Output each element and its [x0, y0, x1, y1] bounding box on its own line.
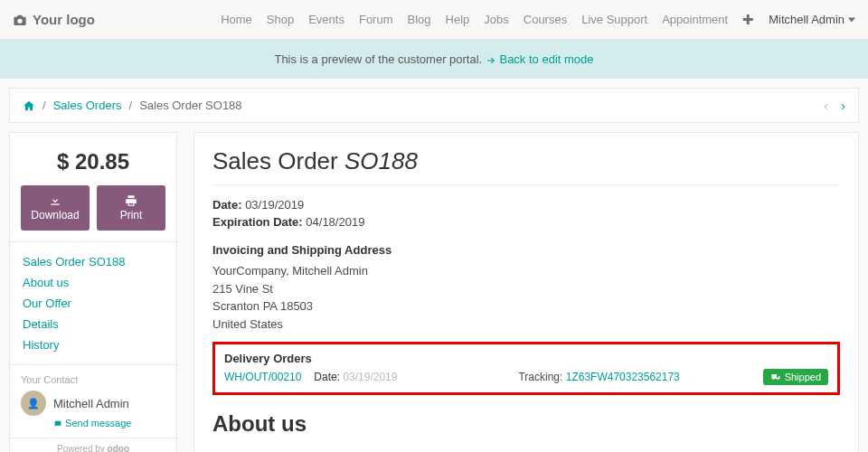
status-badge: Shipped	[763, 369, 828, 385]
caret-down-icon	[848, 16, 855, 24]
send-message-link[interactable]: Send message	[53, 418, 165, 428]
contact-label: Your Contact	[21, 374, 165, 385]
delivery-ref-link[interactable]: WH/OUT/00210	[224, 371, 301, 383]
address-line: United States	[212, 315, 840, 334]
breadcrumb: / Sales Orders / Sales Order SO188 ‹ ›	[9, 88, 859, 123]
tracking-link[interactable]: 1Z63FW470323562173	[566, 371, 680, 383]
user-name: Mitchell Admin	[769, 13, 844, 26]
page-title: Sales Order SO188	[212, 147, 840, 185]
contact-card: Your Contact 👤 Mitchell Admin Send messa…	[9, 365, 177, 438]
address-line: Scranton PA 18503	[212, 297, 840, 315]
address-line: YourCompany, Mitchell Admin	[212, 262, 840, 280]
breadcrumb-sep: /	[129, 99, 133, 112]
nav-home[interactable]: Home	[221, 13, 252, 26]
brand-logo[interactable]: Your logo	[13, 12, 95, 27]
order-total: $ 20.85	[21, 144, 165, 185]
add-icon[interactable]: ✚	[742, 12, 754, 28]
price-card: $ 20.85 Download Print	[9, 132, 177, 242]
print-button[interactable]: Print	[97, 185, 165, 231]
about-heading: About us	[212, 411, 840, 437]
order-expiration: Expiration Date: 04/18/2019	[212, 215, 840, 229]
nav-appointment[interactable]: Appointment	[662, 13, 728, 26]
sidebar-item-offer[interactable]: Our Offer	[23, 293, 164, 314]
address-line: 215 Vine St	[212, 280, 840, 298]
sidebar-item-order[interactable]: Sales Order SO188	[23, 251, 164, 272]
nav-live-support[interactable]: Live Support	[581, 13, 647, 26]
nav-shop[interactable]: Shop	[267, 13, 294, 26]
download-button[interactable]: Download	[21, 185, 90, 231]
sidebar-item-details[interactable]: Details	[23, 314, 164, 334]
delivery-orders-box: Delivery Orders WH/OUT/00210 Date: 03/19…	[212, 342, 840, 395]
nav-blog[interactable]: Blog	[408, 13, 431, 26]
delivery-row: WH/OUT/00210 Date: 03/19/2019 Tracking: …	[224, 369, 828, 385]
download-icon	[49, 194, 61, 207]
breadcrumb-sales-orders[interactable]: Sales Orders	[53, 99, 122, 112]
back-to-edit-link[interactable]: Back to edit mode	[486, 52, 594, 66]
nav-help[interactable]: Help	[446, 13, 470, 26]
avatar: 👤	[21, 391, 46, 416]
arrow-right-icon	[486, 55, 496, 66]
sidebar-nav: Sales Order SO188 About us Our Offer Det…	[9, 242, 177, 365]
sidebar-item-about[interactable]: About us	[23, 272, 164, 293]
sidebar: $ 20.85 Download Print Sales Order SO188…	[9, 132, 177, 452]
main-content: Sales Order SO188 Date: 03/19/2019 Expir…	[193, 132, 859, 452]
logo-text: Your logo	[33, 12, 95, 27]
top-navbar: Your logo Home Shop Events Forum Blog He…	[0, 0, 868, 40]
breadcrumb-sep: /	[42, 99, 46, 112]
breadcrumb-current: Sales Order SO188	[139, 99, 241, 112]
main-nav: Home Shop Events Forum Blog Help Jobs Co…	[221, 12, 855, 28]
prev-record-icon[interactable]: ‹	[824, 98, 828, 113]
nav-courses[interactable]: Courses	[524, 13, 567, 26]
sidebar-item-history[interactable]: History	[23, 334, 164, 355]
print-icon	[125, 194, 137, 207]
preview-text: This is a preview of the customer portal…	[274, 52, 482, 66]
address-heading: Invoicing and Shipping Address	[212, 243, 840, 257]
delivery-date: 03/19/2019	[343, 371, 397, 383]
camera-icon	[13, 13, 27, 27]
nav-jobs[interactable]: Jobs	[484, 13, 508, 26]
contact-name: Mitchell Admin	[53, 397, 129, 410]
preview-banner: This is a preview of the customer portal…	[0, 40, 868, 79]
comment-icon	[53, 419, 62, 428]
home-icon[interactable]	[23, 99, 35, 113]
nav-forum[interactable]: Forum	[359, 13, 393, 26]
order-date: Date: 03/19/2019	[212, 198, 840, 212]
truck-icon	[770, 372, 781, 382]
nav-events[interactable]: Events	[308, 13, 344, 26]
breadcrumb-pager: ‹ ›	[824, 98, 845, 113]
next-record-icon[interactable]: ›	[841, 98, 845, 113]
delivery-heading: Delivery Orders	[224, 352, 828, 365]
user-menu[interactable]: Mitchell Admin	[769, 13, 855, 26]
powered-by: Powered by odoo	[9, 438, 177, 452]
